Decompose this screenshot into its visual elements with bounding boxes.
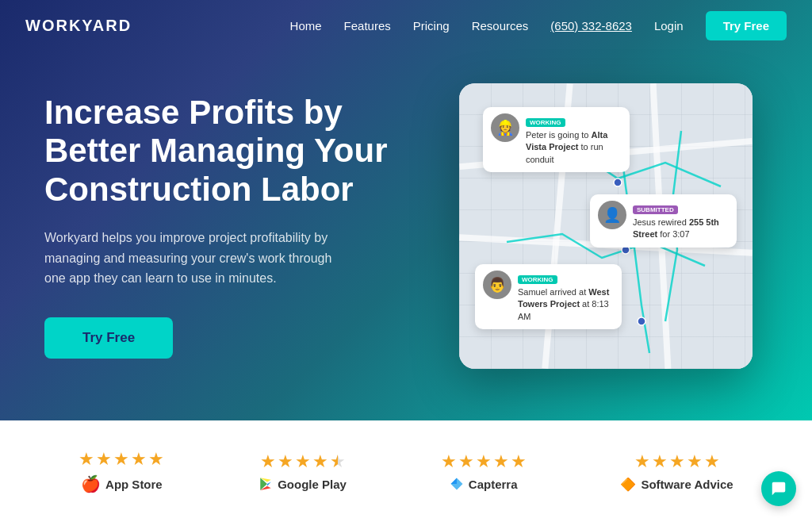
- nav-phone[interactable]: (650) 332-8623: [550, 19, 632, 33]
- hero-subtitle: Workyard helps you improve project profi…: [44, 228, 346, 289]
- svg-point-0: [614, 178, 622, 186]
- google-play-icon: [259, 477, 273, 491]
- nav-pricing[interactable]: Pricing: [413, 19, 450, 33]
- googleplay-label: Google Play: [259, 477, 347, 491]
- worker-avatar-2: 👤: [598, 201, 626, 229]
- hero-map-area: 👷 WORKING Peter is going to Alta Vista P…: [431, 20, 812, 401]
- hero-content: Increase Profits by Better Managing Your…: [0, 30, 431, 390]
- nav-links: Home Features Pricing Resources (650) 33…: [290, 11, 787, 40]
- nav-features[interactable]: Features: [344, 19, 391, 33]
- worker-badge-1: WORKING: [526, 118, 565, 127]
- worker-text-3: Samuel arrived at West Towers Project at…: [518, 286, 614, 323]
- capterra-icon: [450, 477, 464, 491]
- popup-content-1: WORKING Peter is going to Alta Vista Pro…: [526, 113, 622, 166]
- googleplay-stars: ★ ★ ★ ★ ★: [260, 451, 346, 472]
- softwareadvice-stars: ★ ★ ★ ★ ★: [634, 451, 720, 472]
- worker-badge-2: SUBMITTED: [633, 205, 678, 214]
- nav-home[interactable]: Home: [290, 19, 322, 33]
- review-appstore: ★ ★ ★ ★ ★ 🍎 App Store: [79, 449, 164, 493]
- svg-marker-4: [450, 478, 457, 485]
- nav-resources[interactable]: Resources: [472, 19, 529, 33]
- worker-popup-3: 👨 WORKING Samuel arrived at West Towers …: [475, 264, 622, 329]
- capterra-label: Capterra: [450, 477, 518, 491]
- popup-content-3: WORKING Samuel arrived at West Towers Pr…: [518, 271, 614, 323]
- worker-text-2: Jesus rewired 255 5th Street for 3:07: [633, 217, 729, 241]
- reviews-section: ★ ★ ★ ★ ★ 🍎 App Store ★ ★ ★ ★ ★: [0, 420, 812, 522]
- review-googleplay: ★ ★ ★ ★ ★ Google Play: [259, 451, 347, 491]
- softwareadvice-label: 🔶 Software Advice: [620, 477, 733, 492]
- popup-content-2: SUBMITTED Jesus rewired 255 5th Street f…: [633, 201, 729, 241]
- nav-try-free-button[interactable]: Try Free: [706, 11, 787, 40]
- navigation: WORKYARD Home Features Pricing Resources…: [0, 0, 812, 51]
- softwareadvice-icon: 🔶: [620, 477, 636, 492]
- capterra-stars: ★ ★ ★ ★ ★: [441, 451, 527, 472]
- worker-popup-1: 👷 WORKING Peter is going to Alta Vista P…: [483, 107, 630, 172]
- worker-popup-2: 👤 SUBMITTED Jesus rewired 255 5th Street…: [590, 194, 737, 248]
- review-capterra: ★ ★ ★ ★ ★ Capterra: [441, 451, 527, 491]
- hero-cta-button[interactable]: Try Free: [44, 317, 173, 359]
- hero-title: Increase Profits by Better Managing Your…: [44, 94, 393, 209]
- nav-login[interactable]: Login: [654, 19, 684, 33]
- svg-point-2: [638, 317, 645, 325]
- map-card: 👷 WORKING Peter is going to Alta Vista P…: [459, 83, 753, 369]
- worker-avatar-1: 👷: [491, 113, 519, 142]
- appstore-stars: ★ ★ ★ ★ ★: [79, 449, 164, 470]
- review-softwareadvice: ★ ★ ★ ★ ★ 🔶 Software Advice: [620, 451, 733, 492]
- hero-section: Increase Profits by Better Managing Your…: [0, 0, 812, 420]
- appstore-label: 🍎 App Store: [81, 474, 163, 493]
- worker-avatar-3: 👨: [483, 271, 511, 299]
- worker-badge-3: WORKING: [518, 275, 557, 284]
- worker-text-1: Peter is going to Alta Vista Project to …: [526, 129, 622, 166]
- chat-icon: [770, 480, 787, 497]
- brand-logo: WORKYARD: [25, 17, 132, 35]
- chat-button[interactable]: [761, 471, 796, 506]
- apple-icon: 🍎: [81, 474, 101, 493]
- map-background: 👷 WORKING Peter is going to Alta Vista P…: [459, 83, 753, 369]
